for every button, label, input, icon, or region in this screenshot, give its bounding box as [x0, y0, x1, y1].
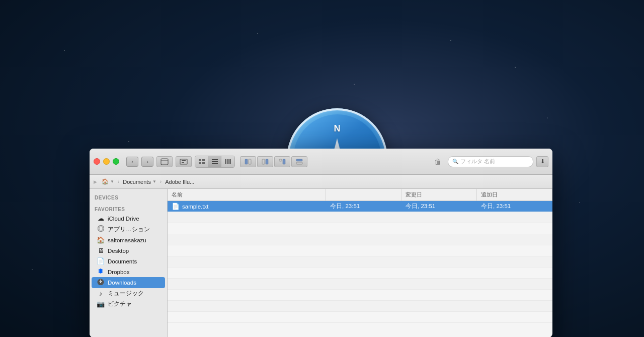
- trash-button[interactable]: 🗑: [431, 156, 445, 167]
- sidebar-item-music[interactable]: ♪ ミュージック: [92, 288, 165, 299]
- breadcrumb-adobe-label: Adobe Illu...: [165, 179, 194, 185]
- svg-rect-17: [212, 163, 218, 164]
- apps-label: アプリ…ション: [108, 226, 150, 233]
- column-view-btn[interactable]: [221, 156, 234, 167]
- minimize-button[interactable]: [103, 158, 110, 165]
- maximize-button[interactable]: [113, 158, 119, 165]
- pictures-icon: 📷: [97, 300, 105, 308]
- home-arrow: ▼: [110, 179, 114, 184]
- icon-view-btn[interactable]: [195, 156, 208, 167]
- breadcrumb-bar: ▶ 🏠 ▼ › Documents ▼ › Adobe Illu...: [90, 175, 552, 189]
- table-row: [168, 312, 552, 323]
- action-btn-1[interactable]: [240, 156, 256, 167]
- devices-section-header: Devices: [90, 193, 167, 201]
- file-list-body: 📄 sample.txt 今日, 23:51 今日, 23:51 今日, 23:…: [168, 201, 552, 337]
- svg-rect-6: [161, 159, 168, 165]
- home-icon: 🏠: [102, 178, 109, 185]
- file-type-icon: 📄: [172, 203, 180, 210]
- svg-rect-11: [199, 159, 201, 161]
- sidebar-item-apps[interactable]: アプリ…ション: [92, 224, 165, 235]
- downloads-icon: [97, 279, 105, 287]
- view-buttons: [195, 156, 235, 168]
- documents-icon: 📄: [97, 257, 105, 265]
- action-btn-3[interactable]: [274, 156, 290, 167]
- sidebar-item-pictures[interactable]: 📷 ピクチャ: [92, 299, 165, 309]
- pictures-label: ピクチャ: [108, 300, 132, 308]
- action-btn-4[interactable]: [291, 156, 307, 167]
- title-bar: ‹ ›: [90, 149, 552, 175]
- table-row[interactable]: 📄 sample.txt 今日, 23:51 今日, 23:51 今日, 23:…: [168, 201, 552, 212]
- breadcrumb-documents[interactable]: Documents ▼: [120, 178, 159, 186]
- desktop-label: Desktop: [108, 248, 129, 254]
- sidebar-item-desktop[interactable]: 🖥 Desktop: [92, 245, 165, 256]
- svg-rect-27: [296, 159, 302, 161]
- finder-icon-btn[interactable]: [156, 156, 173, 167]
- svg-rect-24: [266, 159, 268, 164]
- svg-rect-19: [227, 159, 229, 164]
- table-row: [168, 290, 552, 301]
- svg-rect-12: [202, 159, 205, 161]
- list-view-btn[interactable]: [208, 156, 221, 167]
- downloads-label: Downloads: [108, 280, 136, 286]
- breadcrumb-documents-arrow: ▼: [152, 179, 156, 184]
- apps-icon: [97, 225, 105, 233]
- search-box[interactable]: 🔍 フィルタ 名前: [448, 156, 533, 167]
- back-button[interactable]: ‹: [126, 157, 138, 167]
- col-header-added[interactable]: 追加日: [477, 189, 552, 200]
- svg-rect-14: [202, 162, 205, 164]
- col-header-modified[interactable]: 変更日: [401, 189, 477, 200]
- svg-rect-15: [212, 159, 218, 160]
- table-row: [168, 212, 552, 223]
- action-btn-2[interactable]: [257, 156, 273, 167]
- sidebar-item-downloads[interactable]: Downloads: [92, 277, 165, 288]
- svg-rect-21: [245, 159, 248, 164]
- main-content: Devices Favorites ☁ iCloud Drive アプリ…ション: [90, 189, 552, 337]
- table-row: [168, 279, 552, 290]
- breadcrumb-documents-label: Documents: [123, 179, 151, 185]
- table-row: [168, 256, 552, 267]
- action-buttons: [240, 156, 307, 167]
- col-header-size[interactable]: [326, 189, 401, 200]
- svg-rect-28: [296, 162, 302, 164]
- sidebar-item-documents[interactable]: 📄 Documents: [92, 256, 165, 266]
- traffic-lights: [94, 158, 119, 165]
- back-arrow-icon: ▶: [94, 179, 97, 184]
- dropbox-icon: [97, 268, 105, 276]
- music-label: ミュージック: [108, 290, 144, 297]
- svg-rect-25: [279, 159, 282, 161]
- svg-rect-20: [229, 159, 231, 164]
- breadcrumb-adobe[interactable]: Adobe Illu...: [163, 178, 197, 186]
- favorites-section-header: Favorites: [90, 205, 167, 213]
- file-list-header: 名前 変更日 追加日: [168, 189, 552, 201]
- table-row: [168, 301, 552, 312]
- svg-rect-18: [225, 159, 226, 164]
- icloud-icon: ☁: [97, 215, 105, 222]
- download-arrow-btn[interactable]: ⬇: [536, 156, 548, 167]
- col-header-name[interactable]: 名前: [168, 189, 326, 200]
- svg-marker-31: [98, 271, 103, 274]
- search-icon: 🔍: [452, 159, 458, 164]
- file-cell-added: 今日, 23:51: [477, 201, 552, 212]
- desktop-icon: 🖥: [97, 247, 105, 254]
- table-row: [168, 234, 552, 245]
- sidebar-item-dropbox[interactable]: Dropbox: [92, 266, 165, 277]
- music-icon: ♪: [97, 290, 105, 297]
- sidebar-item-home[interactable]: 🏠 saitomasakazu: [92, 235, 165, 245]
- svg-rect-13: [199, 162, 201, 164]
- sidebar-item-icloud[interactable]: ☁ iCloud Drive: [92, 213, 165, 224]
- documents-label: Documents: [108, 258, 137, 264]
- search-placeholder: フィルタ 名前: [460, 158, 495, 165]
- forward-button[interactable]: ›: [141, 157, 153, 167]
- svg-rect-9: [182, 160, 186, 161]
- file-cell-name: 📄 sample.txt: [168, 201, 326, 212]
- file-cell-size: 今日, 23:51: [326, 201, 401, 212]
- icloud-label: iCloud Drive: [108, 216, 139, 222]
- file-name: sample.txt: [182, 204, 208, 210]
- close-button[interactable]: [94, 158, 100, 165]
- action-icon-btn[interactable]: [176, 156, 192, 167]
- svg-rect-16: [212, 161, 218, 162]
- finder-window: ‹ ›: [90, 149, 552, 337]
- svg-rect-10: [182, 162, 184, 163]
- sidebar: Devices Favorites ☁ iCloud Drive アプリ…ション: [90, 189, 168, 337]
- breadcrumb-home[interactable]: 🏠 ▼: [99, 177, 117, 186]
